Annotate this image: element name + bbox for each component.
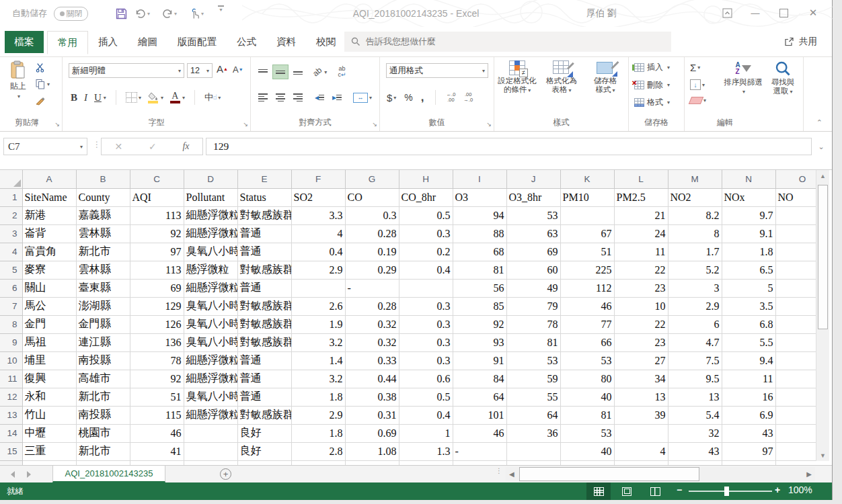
middle-align-button[interactable] [272,65,289,79]
grow-font-button[interactable]: A▲ [217,63,228,75]
cell-F11[interactable]: 3.2 [291,370,345,388]
increase-decimal-button[interactable]: ←.0 .00 [447,92,456,103]
cell-F7[interactable]: 2.6 [291,297,345,315]
cell-F9[interactable]: 3.2 [291,333,345,351]
font-color-button[interactable]: A [170,92,180,103]
format-cells-button[interactable]: 格式 ▾ [634,97,670,108]
cell-D16[interactable] [184,460,237,465]
touch-mode-dropdown-arrow[interactable]: ▾ [201,11,204,17]
cell-L15[interactable]: 4 [614,442,668,460]
column-header-D[interactable]: D [184,170,237,188]
cell-C9[interactable]: 136 [130,333,184,351]
underline-dropdown-arrow[interactable]: ▾ [104,95,106,101]
cell-J3[interactable]: 63 [506,224,560,243]
undo-button[interactable]: ▾ [135,5,150,22]
cell-H10[interactable]: 0.3 [399,351,453,370]
row-header-16[interactable] [0,460,22,465]
cell-D13[interactable]: 細懸浮微粒 [184,406,237,424]
cut-button[interactable] [35,62,46,73]
cell-F3[interactable]: 4 [291,224,345,243]
format-painter-button[interactable] [35,95,46,106]
cell-A14[interactable]: 中壢 [22,424,76,442]
save-button[interactable] [116,5,127,22]
cell-G14[interactable]: 0.69 [345,424,399,442]
cell-H16[interactable] [399,460,453,465]
cell-J12[interactable]: 55 [506,388,560,406]
cell-G3[interactable]: 0.28 [345,224,399,243]
cell-L9[interactable]: 23 [614,333,668,351]
cell-H3[interactable]: 0.3 [399,224,453,243]
cell-I11[interactable]: 84 [453,370,506,388]
phonetic-guide-button[interactable]: 中 ㄆ́ ▾ [204,91,221,103]
cell-I2[interactable]: 94 [453,206,506,224]
cell-J1[interactable]: O3_8hr [506,188,560,206]
cell-C8[interactable]: 126 [130,315,184,333]
cell-O11[interactable]: 1 [775,370,816,388]
alignment-dialog-launcher[interactable]: ↘ [372,121,377,128]
cell-G10[interactable]: 0.33 [345,351,399,370]
cell-A10[interactable]: 埔里 [22,351,76,370]
cell-H15[interactable]: 1.3 [399,442,453,460]
cell-L5[interactable]: 22 [614,261,668,279]
cell-D9[interactable]: 臭氧八小時 [184,333,237,351]
cell-I9[interactable]: 93 [453,333,506,351]
tab-scrollbar-splitter[interactable]: ⋮ [496,469,502,472]
zoom-slider-track[interactable] [689,491,772,492]
cell-A5[interactable]: 麥寮 [22,261,76,279]
cell-O4[interactable]: 0 [775,243,816,261]
cell-F8[interactable]: 1.9 [291,315,345,333]
font-color-dropdown-arrow[interactable]: ▾ [182,95,185,101]
cell-H1[interactable]: CO_8hr [399,188,453,206]
cell-L6[interactable]: 23 [614,279,668,297]
cell-D11[interactable]: 細懸浮微粒 [184,370,237,388]
zoom-slider-handle[interactable] [724,487,729,496]
cell-E10[interactable]: 普通 [237,351,291,370]
align-left-button[interactable] [255,90,271,105]
cell-G13[interactable]: 0.31 [345,406,399,424]
cell-F16[interactable] [291,460,345,465]
fill-color-dropdown-arrow[interactable]: ▾ [161,95,163,101]
cell-J15[interactable] [506,442,560,460]
scroll-left-button[interactable]: ◀ [509,470,514,478]
cell-A11[interactable]: 復興 [22,370,76,388]
cell-B4[interactable]: 新北市 [76,243,130,261]
page-break-view-button[interactable] [643,482,667,500]
paste-dropdown-arrow[interactable]: ▾ [17,93,20,99]
cell-K15[interactable]: 40 [560,442,614,460]
cell-G2[interactable]: 0.3 [345,206,399,224]
cell-B8[interactable]: 金門縣 [76,315,130,333]
align-center-button[interactable] [272,90,289,105]
cell-C5[interactable]: 113 [130,261,184,279]
cell-N1[interactable]: NOx [722,188,775,206]
cell-O9[interactable]: 0 [775,333,816,351]
cell-O14[interactable] [775,424,816,442]
bold-button[interactable]: B [71,92,77,103]
cell-L1[interactable]: PM2.5 [614,188,668,206]
cell-G6[interactable]: - [345,279,399,297]
new-sheet-button[interactable]: + [220,468,231,480]
column-header-M[interactable]: M [668,170,722,188]
tab-常用[interactable]: 常用 [47,31,88,54]
cell-D8[interactable]: 臭氧八小時 [184,315,237,333]
cell-F10[interactable]: 1.4 [291,351,345,370]
cell-O2[interactable]: 1 [775,206,816,224]
cell-G15[interactable]: 1.08 [345,442,399,460]
bottom-align-button[interactable] [290,65,306,79]
comma-style-button[interactable]: , [421,91,424,104]
cell-C6[interactable]: 69 [130,279,184,297]
cell-M13[interactable]: 5.4 [668,406,722,424]
column-header-F[interactable]: F [291,170,345,188]
cell-E2[interactable]: 對敏感族群不健康 [237,206,291,224]
delete-cells-button[interactable]: ✕ 刪除 ▾ [634,79,670,91]
cell-H2[interactable]: 0.5 [399,206,453,224]
ribbon-display-options-button[interactable] [716,0,738,26]
column-header-N[interactable]: N [722,170,775,188]
cell-K12[interactable]: 40 [560,388,614,406]
borders-button[interactable]: ▾ [126,92,141,103]
collapse-ribbon-button[interactable]: ⌃ [816,118,822,127]
fill-dropdown-arrow[interactable]: ▾ [702,82,705,88]
cell-L7[interactable]: 10 [614,297,668,315]
vertical-scrollbar[interactable]: ▲ ▼ [816,170,829,461]
row-header-7[interactable]: 7 [0,297,22,315]
cell-K13[interactable]: 81 [560,406,614,424]
